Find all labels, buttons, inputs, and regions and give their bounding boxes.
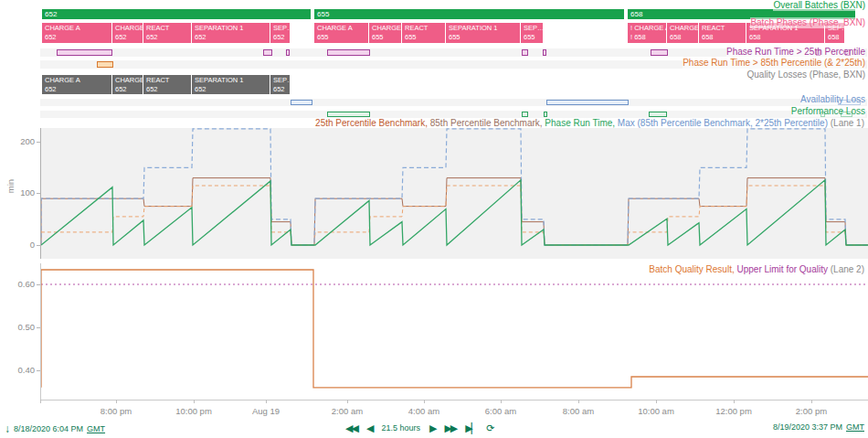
- phase-runtime-gt-25th-bar[interactable]: [651, 49, 668, 56]
- refresh-icon[interactable]: ⟳: [486, 422, 494, 434]
- lane1-ytick-label: 200: [7, 136, 35, 146]
- series-phase-run-time: [41, 180, 868, 245]
- start-timezone-link[interactable]: GMT: [87, 424, 105, 433]
- batch-phases-bar[interactable]: SEP…652: [270, 23, 291, 43]
- overall-batches-bar[interactable]: 655: [314, 9, 625, 19]
- end-timezone-link[interactable]: GMT: [846, 422, 864, 432]
- lane1-runtime-chart[interactable]: [40, 128, 868, 259]
- performance-loss-bar[interactable]: [544, 112, 547, 117]
- x-axis-tick: [116, 400, 117, 403]
- x-axis-label: 4:00 am: [408, 406, 439, 416]
- phase-runtime-gt-25th-bar[interactable]: [327, 49, 370, 56]
- x-axis-tick: [266, 400, 267, 403]
- phase-runtime-gt-85th-bar[interactable]: [97, 61, 113, 68]
- lane1-ytick-mark: [37, 245, 40, 246]
- quality-losses-bar[interactable]: SEPARATION 1652: [192, 75, 270, 94]
- availability-loss-track: [40, 99, 867, 106]
- skip-back-icon[interactable]: ◀◀: [345, 422, 357, 434]
- batch-phases-bar[interactable]: REACT652: [143, 23, 192, 43]
- lane2-legend: Batch Quality Result, Upper Limit for Qu…: [649, 264, 864, 275]
- legend-part: (Lane 1): [828, 118, 864, 128]
- step-back-icon[interactable]: ◀: [366, 422, 372, 434]
- legend-availability-loss: Availability Loss: [800, 94, 865, 105]
- performance-loss-bar[interactable]: [327, 112, 370, 117]
- performance-loss-bar[interactable]: [649, 112, 667, 117]
- legend-part: Max (85th Percentile Benchmark, 2*25th P…: [618, 118, 828, 128]
- batch-phases-bar[interactable]: REACT658: [699, 23, 746, 43]
- series-batch-quality-result: [41, 270, 868, 388]
- batch-analytics-dashboard: min ↓ 8/18/2020 6:04 PM GMT ◀◀ ◀ 21.5 ho…: [0, 0, 868, 438]
- start-datetime: 8/18/2020 6:04 PM: [14, 424, 83, 433]
- batch-phases-bar[interactable]: CHARGE A655: [314, 23, 369, 43]
- lane2-quality-chart[interactable]: [40, 263, 868, 401]
- batch-phases-bar[interactable]: REACT655: [402, 23, 446, 43]
- batch-phases-bar[interactable]: CHARGE A652: [42, 23, 112, 43]
- jump-to-end-icon[interactable]: ▶▏: [465, 422, 477, 434]
- legend-part: Batch Quality Result,: [649, 264, 736, 274]
- x-axis-label: 12:00 pm: [715, 406, 752, 416]
- time-range-label[interactable]: 21.5 hours: [381, 423, 420, 433]
- batch-phases-bar[interactable]: SEPARATION 1655: [446, 23, 521, 43]
- lane2-ytick-mark: [37, 284, 40, 285]
- legend-part: 25th Percentile Benchmark,: [315, 118, 430, 128]
- legend-performance-loss: Performance Loss: [791, 106, 865, 117]
- quality-losses-bar[interactable]: REACT652: [143, 75, 192, 94]
- legend-batch-phases: Batch Phases (Phase, BXN): [750, 17, 865, 28]
- range-end: 8/19/2020 3:37 PM GMT: [773, 422, 864, 432]
- batch-phases-bar[interactable]: CHARGE B652: [112, 23, 143, 43]
- x-axis-tick: [501, 400, 502, 403]
- legend-part: (Lane 2): [828, 264, 864, 274]
- phase-runtime-gt-25th-bar[interactable]: [543, 49, 546, 56]
- x-axis-label: 10:00 pm: [175, 406, 212, 416]
- phase-runtime-gt-25th-bar[interactable]: [286, 49, 290, 56]
- x-axis-label: 2:00 am: [332, 406, 363, 416]
- x-axis-label: 6:00 am: [485, 406, 516, 416]
- batch-phases-bar[interactable]: ! CHARGE A! 658: [628, 23, 667, 43]
- overall-batches-bar[interactable]: 652: [42, 9, 312, 19]
- x-axis-label: 8:00 pm: [101, 406, 132, 416]
- batch-phases-bar[interactable]: CHARGE B658: [667, 23, 699, 43]
- batch-phases-bar[interactable]: SEPARATION 1652: [192, 23, 270, 43]
- availability-loss-bar[interactable]: [291, 100, 312, 105]
- lane2-ytick-mark: [37, 370, 40, 371]
- batch-phases-bar[interactable]: SEP…655: [521, 23, 544, 43]
- download-icon[interactable]: ↓: [5, 422, 10, 435]
- lane2-ytick-label: 0.60: [7, 279, 35, 289]
- lane1-legend: 25th Percentile Benchmark, 85th Percenti…: [315, 118, 864, 129]
- lane1-ytick-mark: [37, 193, 40, 194]
- performance-loss-track: [40, 111, 867, 118]
- legend-part: 85th Percentile Benchmark,: [430, 118, 545, 128]
- step-forward-icon[interactable]: ▶: [429, 422, 435, 434]
- quality-losses-bar[interactable]: CHARGE B652: [112, 75, 143, 94]
- batch-phases-bar[interactable]: CHARGE B655: [369, 23, 402, 43]
- lane1-ytick-label: 100: [7, 187, 35, 198]
- end-datetime: 8/19/2020 3:37 PM: [773, 422, 842, 432]
- phase-runtime-gt-25th-bar[interactable]: [57, 49, 112, 56]
- lane2-ytick-mark: [37, 327, 40, 328]
- x-axis-label: 8:00 am: [563, 406, 594, 416]
- legend-part: Upper Limit for Quality: [736, 264, 827, 274]
- legend-quality-losses: Quality Losses (Phase, BXN): [747, 69, 866, 80]
- x-axis-tick: [347, 400, 348, 403]
- skip-forward-icon[interactable]: ▶▶: [444, 422, 456, 434]
- lane1-ytick-mark: [37, 142, 40, 143]
- legend-runtime-gt-85th: Phase Run Time > 85th Percentile (& 2*25…: [683, 58, 865, 69]
- x-axis-label: Aug 19: [252, 406, 280, 416]
- time-nav-controls: ◀◀ ◀ 21.5 hours ▶ ▶▶ ▶▏ ⟳: [345, 422, 494, 434]
- x-axis-tick: [424, 400, 425, 403]
- x-axis-tick: [578, 400, 579, 403]
- lane2-ytick-label: 0.40: [7, 365, 35, 375]
- x-axis-tick: [40, 400, 41, 403]
- phase-runtime-gt-25th-bar[interactable]: [522, 49, 528, 56]
- x-axis-tick: [734, 400, 735, 403]
- quality-losses-bar[interactable]: SEP…652: [270, 75, 291, 94]
- phase-runtime-gt-25th-bar[interactable]: [263, 49, 272, 56]
- legend-runtime-gt-25th: Phase Run Time > 25th Percentile: [726, 47, 865, 58]
- legend-overall-batches: Overall Batches (BXN): [773, 0, 865, 11]
- series-25th-percentile-benchmark: [41, 186, 868, 245]
- quality-losses-bar[interactable]: CHARGE A652: [42, 75, 112, 94]
- availability-loss-bar[interactable]: [546, 100, 629, 105]
- legend-part: Phase Run Time,: [545, 118, 617, 128]
- x-axis-label: 10:00 am: [638, 406, 674, 416]
- performance-loss-bar[interactable]: [522, 112, 528, 117]
